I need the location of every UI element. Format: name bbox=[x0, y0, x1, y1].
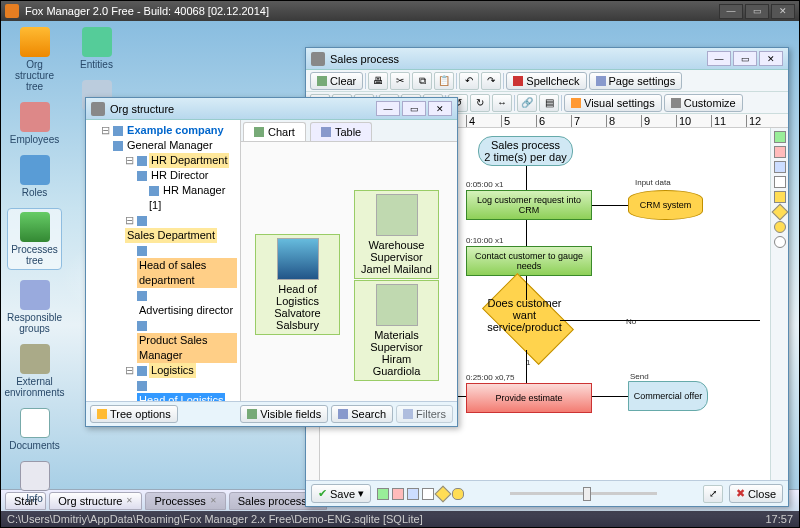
sidebar-item-external-env[interactable]: External environments bbox=[7, 344, 62, 398]
tree-node-hr-dir[interactable]: HR Director bbox=[149, 168, 210, 183]
palette-diamond[interactable] bbox=[771, 204, 788, 221]
page-settings-button[interactable]: Page settings bbox=[589, 72, 683, 90]
tab-table[interactable]: Table bbox=[310, 122, 372, 141]
palette-green[interactable] bbox=[774, 131, 786, 143]
tree-node-head-sales[interactable]: Head of sales department bbox=[137, 258, 237, 288]
process-footer: ✔Save▾ ⤢ ✖Close bbox=[306, 480, 788, 506]
spellcheck-button[interactable]: Spellcheck bbox=[506, 72, 586, 90]
cut-button[interactable]: ✂ bbox=[390, 72, 410, 90]
sidebar-item-info[interactable]: Info bbox=[7, 461, 62, 504]
processes-icon bbox=[20, 212, 50, 242]
sidebar-item-processes-tree[interactable]: Processes tree bbox=[7, 208, 62, 270]
tab-chart[interactable]: Chart bbox=[243, 122, 306, 141]
tree-node-hr-mgr[interactable]: HR Manager bbox=[161, 183, 227, 198]
win-max-button[interactable]: ▭ bbox=[402, 101, 426, 116]
palette-blue[interactable] bbox=[774, 161, 786, 173]
maximize-button[interactable]: ▭ bbox=[745, 4, 769, 19]
close-tab-icon[interactable]: ✕ bbox=[126, 496, 133, 505]
desktop-sidebar: Org structure tree Employees Roles Proce… bbox=[7, 27, 62, 504]
win-max-button[interactable]: ▭ bbox=[733, 51, 757, 66]
customize-icon bbox=[671, 98, 681, 108]
tree-node-sales-dep[interactable]: Sales Department bbox=[125, 228, 217, 243]
print-button[interactable]: 🖶 bbox=[368, 72, 388, 90]
dept-icon bbox=[137, 156, 147, 166]
visible-fields-button[interactable]: Visible fields bbox=[240, 405, 328, 423]
win-min-button[interactable]: — bbox=[707, 51, 731, 66]
person-icon bbox=[137, 246, 147, 256]
zoom-fit-button[interactable]: ⤢ bbox=[703, 485, 723, 503]
tree-node-head-log[interactable]: Head of Logistics bbox=[137, 393, 225, 401]
dept-icon bbox=[137, 216, 147, 226]
palette-cyl[interactable] bbox=[774, 191, 786, 203]
taskbar-org[interactable]: Org structure✕ bbox=[49, 492, 142, 510]
paste-button[interactable]: 📋 bbox=[434, 72, 454, 90]
close-button[interactable]: ✕ bbox=[771, 4, 795, 19]
palette-red[interactable] bbox=[774, 146, 786, 158]
gear-icon bbox=[97, 409, 107, 419]
zoom-slider[interactable] bbox=[470, 492, 697, 495]
sidebar-item-employees[interactable]: Employees bbox=[7, 102, 62, 145]
tree-options-button[interactable]: Tree options bbox=[90, 405, 178, 423]
flip-button[interactable]: ↔ bbox=[492, 94, 512, 112]
visual-settings-icon bbox=[571, 98, 581, 108]
org-chart-area[interactable]: Head of LogisticsSalvatore Salsbury Ware… bbox=[241, 142, 457, 401]
win-min-button[interactable]: — bbox=[376, 101, 400, 116]
status-path: C:\Users\Dmitriy\AppData\Roaming\Fox Man… bbox=[7, 513, 423, 525]
minimize-button[interactable]: — bbox=[719, 4, 743, 19]
time-label-3: 0:25:00 x0,75 bbox=[466, 373, 514, 382]
tree-node-gm[interactable]: General Manager bbox=[125, 138, 215, 153]
palette-circle[interactable] bbox=[774, 236, 786, 248]
copy-button[interactable]: ⧉ bbox=[412, 72, 432, 90]
redo-button[interactable]: ↷ bbox=[481, 72, 501, 90]
tree-node-adv-dir[interactable]: Advertising director bbox=[137, 303, 235, 318]
tree-root[interactable]: Example company bbox=[125, 123, 226, 138]
sidebar-item-responsible-groups[interactable]: Responsible groups bbox=[7, 280, 62, 334]
filters-button[interactable]: Filters bbox=[396, 405, 453, 423]
rotate-right-button[interactable]: ↻ bbox=[470, 94, 490, 112]
sidebar-item-roles[interactable]: Roles bbox=[7, 155, 62, 198]
palette-white[interactable] bbox=[774, 176, 786, 188]
window-titlebar[interactable]: Org structure —▭✕ bbox=[86, 98, 457, 120]
window-titlebar[interactable]: Sales process —▭✕ bbox=[306, 48, 788, 70]
close-tab-icon[interactable]: ✕ bbox=[210, 496, 217, 505]
close-process-button[interactable]: ✖Close bbox=[729, 484, 783, 503]
customize-button[interactable]: Customize bbox=[664, 94, 743, 112]
tree-node-logistics[interactable]: Logistics bbox=[149, 363, 196, 378]
clear-button[interactable]: Clear bbox=[310, 72, 363, 90]
shape-provide-estimate[interactable]: Provide estimate bbox=[466, 383, 592, 413]
org-tree[interactable]: Example company General Manager HR Depar… bbox=[86, 120, 241, 401]
org-card-materials[interactable]: Materials SupervisorHiram Guardiola bbox=[354, 280, 439, 381]
tree-node-prod-sm[interactable]: Product Sales Manager bbox=[137, 333, 237, 363]
org-card-head-logistics[interactable]: Head of LogisticsSalvatore Salsbury bbox=[255, 234, 340, 335]
groups-icon bbox=[20, 280, 50, 310]
filter-icon bbox=[403, 409, 413, 419]
shape-log-request[interactable]: Log customer request into CRM bbox=[466, 190, 592, 220]
taskbar-processes[interactable]: Processes✕ bbox=[145, 492, 225, 510]
win-close-button[interactable]: ✕ bbox=[759, 51, 783, 66]
input-data-label: Input data bbox=[635, 178, 671, 187]
shape-commercial-offer[interactable]: Commercial offer bbox=[628, 381, 708, 411]
shape-start[interactable]: Sales process2 time(s) per day bbox=[478, 136, 573, 166]
window-title: Org structure bbox=[110, 103, 174, 115]
search-button[interactable]: Search bbox=[331, 405, 393, 423]
sidebar-item-entities[interactable]: Entities bbox=[69, 27, 124, 70]
visual-settings-button[interactable]: Visual settings bbox=[564, 94, 662, 112]
win-close-button[interactable]: ✕ bbox=[428, 101, 452, 116]
clear-icon bbox=[317, 76, 327, 86]
shape-crm-system[interactable]: CRM system bbox=[628, 190, 703, 220]
link-button[interactable]: 🔗 bbox=[517, 94, 537, 112]
tree-node-hr-dep[interactable]: HR Department bbox=[149, 153, 229, 168]
sidebar-item-documents[interactable]: Documents bbox=[7, 408, 62, 451]
layers-button[interactable]: ▤ bbox=[539, 94, 559, 112]
shape-decision[interactable]: Does customer want service/product bbox=[482, 273, 574, 365]
time-label-1: 0:05:00 x1 bbox=[466, 180, 503, 189]
palette-bottom bbox=[377, 488, 464, 500]
shape-contact-customer[interactable]: Contact customer to gauge needs bbox=[466, 246, 592, 276]
person-icon bbox=[137, 291, 147, 301]
window-title: Sales process bbox=[330, 53, 399, 65]
org-card-warehouse[interactable]: Warehouse SupervisorJamel Mailand bbox=[354, 190, 439, 279]
palette-rounded[interactable] bbox=[774, 221, 786, 233]
sidebar-item-org-tree[interactable]: Org structure tree bbox=[7, 27, 62, 92]
save-button[interactable]: ✔Save▾ bbox=[311, 484, 371, 503]
undo-button[interactable]: ↶ bbox=[459, 72, 479, 90]
